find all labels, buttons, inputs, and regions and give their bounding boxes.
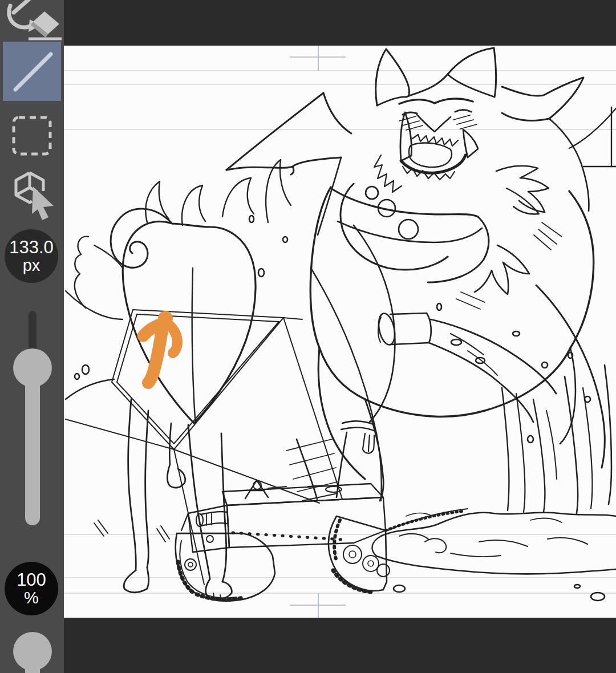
slider-knob[interactable] [13, 632, 52, 671]
crosshair-top [290, 46, 346, 71]
slider-knob[interactable] [13, 348, 52, 387]
cursor-arrow-icon [32, 187, 54, 220]
bottom-bar [64, 618, 616, 673]
orange-scribble [143, 311, 177, 383]
brush-size-slider[interactable] [0, 308, 64, 525]
transform-3d-button[interactable] [0, 168, 64, 222]
funnel-drape [286, 432, 347, 501]
top-bar [64, 0, 616, 46]
brush-size-unit: px [23, 257, 40, 274]
opacity-value: 100 [17, 571, 46, 590]
marquee-icon [14, 117, 50, 154]
tool-sidebar: 133.0 px 100 % [0, 0, 64, 673]
marquee-select-button[interactable] [0, 113, 64, 159]
opacity-slider[interactable] [0, 627, 64, 673]
tank-drawing [176, 480, 468, 601]
opacity-unit: % [24, 589, 39, 606]
brush-size-value: 133.0 [9, 238, 54, 257]
eraser-icon [29, 11, 62, 39]
crosshair-bottom [290, 593, 346, 618]
line-tool-icon [15, 54, 51, 90]
puddle [372, 513, 616, 601]
drawing-canvas[interactable] [64, 46, 616, 618]
hatch-lines [456, 292, 485, 309]
demon-figure [226, 48, 616, 501]
brush-size-badge: 133.0 px [5, 229, 58, 283]
eraser-button[interactable] [11, 10, 64, 44]
line-tool-button[interactable] [3, 42, 61, 101]
opacity-badge: 100 % [5, 562, 58, 615]
